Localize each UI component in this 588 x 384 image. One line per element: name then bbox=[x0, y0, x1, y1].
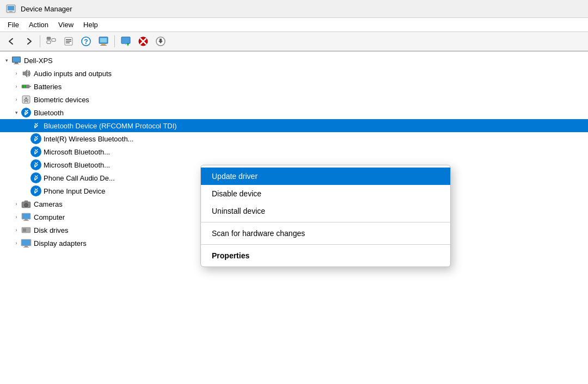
batteries-label: Batteries bbox=[34, 83, 62, 91]
bt-device5-label: Phone Call Audio De... bbox=[44, 174, 115, 182]
root-label: Dell-XPS bbox=[24, 57, 53, 65]
batteries-icon bbox=[21, 81, 32, 92]
expand-cameras[interactable]: › bbox=[12, 200, 21, 208]
svg-rect-27 bbox=[15, 63, 18, 64]
back-button[interactable] bbox=[3, 34, 20, 49]
bluetooth-label: Bluetooth bbox=[34, 109, 64, 117]
svg-rect-43 bbox=[22, 214, 30, 219]
menu-action[interactable]: Action bbox=[24, 19, 53, 30]
forward-button[interactable] bbox=[21, 34, 37, 49]
install-button[interactable] bbox=[152, 34, 169, 49]
expand-biometric[interactable]: › bbox=[12, 95, 21, 104]
computer-label: Computer bbox=[34, 213, 65, 221]
svg-rect-28 bbox=[14, 64, 19, 64]
properties-button[interactable] bbox=[60, 34, 77, 49]
bt-device2-icon bbox=[30, 133, 41, 144]
scan-button[interactable] bbox=[118, 34, 134, 49]
bt-device2-label: Intel(R) Wireless Bluetooth... bbox=[44, 135, 133, 143]
bt-device1-icon bbox=[30, 120, 41, 131]
tree-item-audio[interactable]: › Audio inputs and outputs bbox=[0, 67, 588, 80]
svg-rect-3 bbox=[47, 37, 51, 40]
help-button[interactable]: ? bbox=[78, 34, 94, 49]
pc-icon bbox=[11, 55, 22, 66]
audio-icon bbox=[21, 68, 32, 79]
svg-rect-24 bbox=[160, 39, 162, 41]
svg-marker-29 bbox=[23, 70, 27, 77]
menu-bar: File Action View Help bbox=[0, 18, 588, 32]
expand-audio[interactable]: › bbox=[12, 69, 21, 78]
expand-computer[interactable]: › bbox=[12, 213, 21, 221]
context-menu: Update driver Disable device Uninstall d… bbox=[200, 165, 451, 267]
context-menu-properties[interactable]: Properties bbox=[201, 247, 450, 264]
expand-bluetooth[interactable]: ▾ bbox=[12, 108, 21, 117]
computer-icon bbox=[21, 212, 32, 222]
expand-root[interactable]: ▾ bbox=[2, 56, 11, 65]
bt-device6-icon bbox=[30, 185, 41, 196]
bt-device6-label: Phone Input Device bbox=[44, 187, 105, 195]
svg-rect-5 bbox=[52, 39, 56, 41]
tree-item-biometric[interactable]: › Biometric devices bbox=[0, 93, 588, 106]
toolbar-sep-1 bbox=[40, 35, 40, 47]
biometric-label: Biometric devices bbox=[34, 96, 89, 104]
svg-rect-31 bbox=[29, 86, 31, 87]
svg-rect-52 bbox=[24, 246, 28, 247]
bluetooth-category-icon bbox=[21, 107, 32, 118]
svg-rect-32 bbox=[22, 85, 24, 88]
tree-item-bt-device2[interactable]: › Intel(R) Wireless Bluetooth... bbox=[0, 132, 588, 145]
svg-rect-47 bbox=[23, 228, 26, 232]
svg-rect-26 bbox=[13, 57, 20, 62]
tree-item-bt-device3[interactable]: › Microsoft Bluetooth... bbox=[0, 145, 588, 158]
svg-text:?: ? bbox=[84, 38, 88, 46]
disk-icon bbox=[21, 225, 32, 236]
svg-rect-14 bbox=[101, 44, 106, 45]
bt-device5-icon bbox=[30, 172, 41, 183]
context-menu-uninstall-device[interactable]: Uninstall device bbox=[201, 202, 450, 220]
menu-help[interactable]: Help bbox=[79, 19, 102, 30]
display-icon bbox=[21, 238, 32, 249]
svg-rect-2 bbox=[9, 11, 13, 12]
tree-root[interactable]: ▾ Dell-XPS bbox=[0, 54, 588, 67]
svg-rect-16 bbox=[121, 37, 130, 44]
context-menu-scan[interactable]: Scan for hardware changes bbox=[201, 225, 450, 242]
svg-rect-13 bbox=[100, 38, 107, 42]
svg-rect-4 bbox=[47, 41, 51, 44]
bt-device4-label: Microsoft Bluetooth... bbox=[44, 161, 110, 169]
app-icon bbox=[5, 3, 16, 14]
tree-item-bt-device1[interactable]: › Bluetooth Device (RFCOMM Protocol TDI) bbox=[0, 119, 588, 132]
toolbar: ? bbox=[0, 32, 588, 52]
biometric-icon bbox=[21, 94, 32, 105]
cameras-label: Cameras bbox=[34, 200, 63, 208]
svg-rect-41 bbox=[24, 201, 28, 202]
menu-view[interactable]: View bbox=[54, 19, 78, 30]
display-label: Display adapters bbox=[34, 239, 87, 247]
svg-rect-1 bbox=[8, 6, 14, 10]
tree-item-batteries[interactable]: › Batteries bbox=[0, 80, 588, 93]
view-resources-button[interactable] bbox=[95, 34, 112, 49]
expand-batteries[interactable]: › bbox=[12, 82, 21, 91]
tree-item-bluetooth[interactable]: ▾ Bluetooth bbox=[0, 106, 588, 119]
svg-rect-53 bbox=[23, 247, 29, 247]
bt-device3-label: Microsoft Bluetooth... bbox=[44, 148, 110, 156]
context-menu-update-driver[interactable]: Update driver bbox=[201, 168, 450, 185]
svg-point-35 bbox=[26, 97, 27, 99]
svg-rect-9 bbox=[66, 42, 70, 44]
svg-point-40 bbox=[26, 205, 27, 206]
tree-view-button[interactable] bbox=[43, 34, 59, 49]
cameras-icon bbox=[21, 199, 32, 209]
menu-file[interactable]: File bbox=[3, 19, 23, 30]
expand-display[interactable]: › bbox=[12, 239, 21, 247]
expand-disk[interactable]: › bbox=[12, 226, 21, 234]
context-menu-disable-device[interactable]: Disable device bbox=[201, 185, 450, 202]
disable-button[interactable] bbox=[135, 34, 151, 49]
main-content: ▾ Dell-XPS › bbox=[0, 52, 588, 370]
context-menu-sep2 bbox=[201, 244, 450, 245]
title-bar: Device Manager bbox=[0, 0, 588, 18]
window-title: Device Manager bbox=[21, 5, 72, 13]
svg-rect-15 bbox=[100, 45, 107, 46]
svg-marker-18 bbox=[127, 44, 129, 46]
tree-view[interactable]: ▾ Dell-XPS › bbox=[0, 52, 588, 370]
svg-rect-44 bbox=[24, 219, 28, 220]
disk-label: Disk drives bbox=[34, 226, 69, 234]
bt-device3-icon bbox=[30, 146, 41, 157]
svg-rect-8 bbox=[66, 41, 71, 42]
